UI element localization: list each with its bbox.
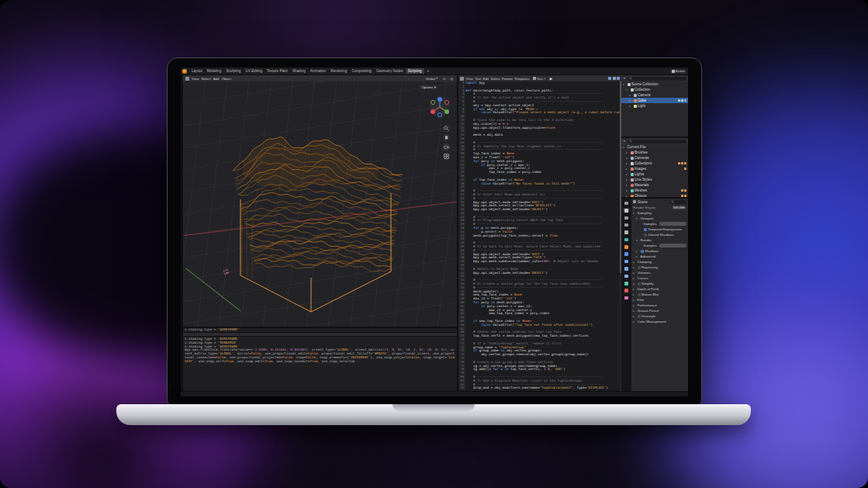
prop-panel-film[interactable]: ▸Film [631,297,688,303]
prop-value-field[interactable] [659,244,686,247]
prop-tab-render-icon[interactable] [623,208,630,213]
prop-value-field[interactable] [659,222,686,226]
render-engine-row[interactable]: Render Engine EEVEE [631,205,688,210]
checkbox[interactable] [638,293,641,296]
workspace-tab-rendering[interactable]: Rendering [328,68,349,74]
prop-panel-color-management[interactable]: ▸Color Management [631,319,688,324]
line-numbers-toggle-icon[interactable] [608,77,611,80]
prop-tab-material-icon[interactable] [623,289,630,293]
prop-panel-motion-blur[interactable]: ▸Motion Blur [631,292,688,297]
camera-view-icon[interactable] [443,144,450,151]
checkbox[interactable] [638,282,641,286]
text-menu-templates[interactable]: Templates [514,77,530,81]
viewport-menu-view[interactable]: View [192,77,199,81]
prop-panel-simplify[interactable]: ▸Simplify [631,281,688,286]
editor-type-icon[interactable] [185,77,189,81]
filter-funnel-icon[interactable]: ▼ [623,77,626,80]
text-menu-edit[interactable]: Edit [483,77,489,81]
transform-orientation-dropdown[interactable]: Global ▾ [424,76,439,81]
run-script-button[interactable]: ▶ [550,77,553,81]
workspace-tab-layout[interactable]: Layout [189,68,205,74]
prop-panel-samples[interactable]: Samples [631,221,688,227]
navigation-gizmo[interactable] [428,95,451,119]
prop-tab-physics-icon[interactable] [623,267,630,272]
prop-tab-object-icon[interactable] [623,244,630,249]
editor-type-icon[interactable] [460,77,464,81]
prop-panel-shadows[interactable]: ▸Shadows [631,248,688,254]
blendfile-row-materials[interactable]: ▸Materials [621,182,688,188]
grid-toggle-icon[interactable] [443,153,450,160]
prop-tab-output-icon[interactable] [623,216,630,220]
text-menu-view[interactable]: View [466,77,473,81]
prop-panel-curves[interactable]: ▸Curves [631,275,688,281]
prop-panel-temporal-reprojection[interactable]: Temporal Reprojection [631,227,688,232]
prop-tab-tool-icon[interactable] [623,201,630,206]
outliner-row-collection[interactable]: ▾Collection [621,87,688,92]
prop-panel-clamping[interactable]: ▸Clamping [631,259,688,265]
prop-tab-view-layer-icon[interactable] [623,223,630,227]
checkbox[interactable] [638,266,641,269]
prop-panel-viewport[interactable]: ▾Viewport [631,216,688,221]
blender-logo-icon[interactable] [182,69,187,74]
viewport-menu-add[interactable]: Add [213,77,220,81]
prop-panel-sampling[interactable]: ▾Sampling [631,210,688,216]
outliner-row-camera[interactable]: ▸Camera [621,92,688,98]
blendfile-row-meshes[interactable]: ▸Meshes [621,188,688,193]
new-workspace-button[interactable]: + [425,68,432,74]
checkbox[interactable] [644,234,647,237]
blendfile-row-lights[interactable]: ▸Lights [621,171,688,177]
text-menu-format[interactable]: Format [502,77,513,81]
close-icon[interactable]: ✕ [544,77,547,81]
filter-funnel-icon[interactable]: ▼ [623,140,626,143]
prop-panel-raytracing[interactable]: ▸Raytracing [631,265,688,270]
prop-panel-render[interactable]: ▾Render [631,237,688,243]
prop-tab-object-data-icon[interactable] [623,281,630,286]
blendfile-row-collections[interactable]: ▸Collections [621,161,688,166]
code-area[interactable]: 1import bpy2 3def main(heightmap_path, c… [458,81,620,391]
blendfile-row-cameras[interactable]: ▸Cameras [621,155,688,161]
prop-panel-samples[interactable]: Samples [631,243,688,248]
checkbox[interactable] [641,250,644,253]
prop-panel-depth-of-field[interactable]: ▸Depth of Field [631,286,688,292]
viewport-menu-select[interactable]: Select [201,77,210,81]
workspace-tab-sculpting[interactable]: Sculpting [223,68,243,74]
scene-selector[interactable]: Scene [670,69,686,74]
viewport-menu-object[interactable]: Object [221,77,231,81]
workspace-tab-geometry-nodes[interactable]: Geometry Nodes [374,68,406,74]
prop-tab-modifiers-icon[interactable] [623,252,630,257]
prop-tab-texture-icon[interactable] [623,296,630,300]
3d-viewport[interactable]: Options ▾ [183,81,457,327]
text-datablock-selector[interactable]: Text ✕ [531,76,548,81]
workspace-tab-animation[interactable]: Animation [308,68,328,74]
prop-tab-constraints-icon[interactable] [623,274,630,279]
workspace-tab-compositing[interactable]: Compositing [349,68,374,74]
outliner-row-scene-collection[interactable]: ▾Scene Collection [621,81,688,87]
outliner-row-cube[interactable]: ▸Cube [621,98,688,103]
prop-tab-scene-icon[interactable] [623,230,630,235]
outliner-search-input[interactable] [628,77,686,81]
text-menu-select[interactable]: Select [491,77,500,81]
blendfile-row-images[interactable]: ▸Images [621,166,688,171]
prop-panel-volumes[interactable]: ▸Volumes [631,270,688,275]
zoom-icon[interactable] [443,125,450,132]
snapping-magnet-icon[interactable]: U [441,76,447,81]
text-menu-text[interactable]: Text [475,77,481,81]
syntax-highlight-toggle-icon[interactable] [617,77,620,80]
blendfile-row-brushes[interactable]: ▸Brushes [621,150,688,155]
pan-hand-icon[interactable] [443,134,450,141]
info-log-editor[interactable]: s.shading.type = 'WIREFRAME' s.shading.t… [183,328,457,391]
viewport-options-dropdown[interactable]: Options ▾ [419,85,438,90]
current-file-row[interactable]: ▾ Current File [621,144,688,150]
prop-panel-advanced[interactable]: ▸Advanced [631,254,688,259]
prop-tab-world-icon[interactable] [623,237,630,242]
word-wrap-toggle-icon[interactable] [613,77,616,80]
checkbox[interactable] [638,315,641,318]
prop-panel-jittered-shadows[interactable]: Jittered Shadows [631,232,688,237]
prop-panel-freestyle[interactable]: ▸Freestyle [631,313,688,319]
workspace-tab-shading[interactable]: Shading [290,68,308,74]
prop-panel-performance[interactable]: ▸Performance [631,303,688,308]
workspace-tab-texture-paint[interactable]: Texture Paint [265,68,290,74]
prop-panel-grease-pencil[interactable]: ▸Grease Pencil [631,308,688,313]
properties-search-input[interactable] [669,200,686,204]
blendfile-row-line-styles[interactable]: ▸Line Styles [621,177,688,182]
